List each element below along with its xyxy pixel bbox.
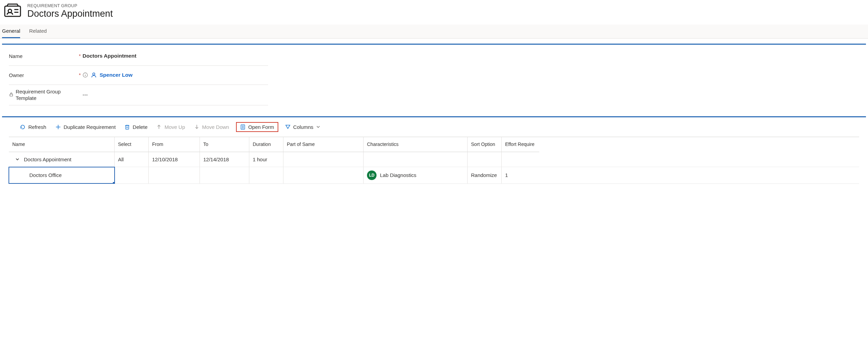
col-duration[interactable]: Duration: [249, 137, 283, 152]
avatar: LD: [367, 170, 377, 180]
row-to[interactable]: 12/14/2018: [200, 152, 249, 167]
delete-label: Delete: [133, 124, 147, 130]
movedown-label: Move Down: [202, 124, 229, 130]
requirements-section: Refresh Duplicate Requirement Delete Mov…: [2, 116, 866, 184]
duplicate-label: Duplicate Requirement: [64, 124, 116, 130]
chevron-down-icon[interactable]: [15, 157, 20, 162]
row-duration[interactable]: [249, 167, 283, 183]
refresh-button[interactable]: Refresh: [18, 123, 48, 131]
row-char[interactable]: LD Lab Diagnostics: [364, 167, 468, 183]
row-duration[interactable]: 1 hour: [249, 152, 283, 167]
required-marker: *: [77, 53, 83, 59]
char-text: Lab Diagnostics: [380, 172, 416, 178]
owner-link[interactable]: Spencer Low: [100, 72, 132, 78]
info-icon: [83, 72, 88, 78]
col-name[interactable]: Name: [9, 137, 115, 152]
svg-rect-8: [10, 94, 13, 96]
row-part[interactable]: [283, 167, 364, 183]
col-select[interactable]: Select: [115, 137, 149, 152]
row-from[interactable]: [149, 167, 200, 183]
row-sort[interactable]: [468, 152, 502, 167]
col-effort[interactable]: Effort Require: [502, 137, 539, 152]
row-from[interactable]: 12/10/2018: [149, 152, 200, 167]
openform-label: Open Form: [248, 124, 274, 130]
col-char[interactable]: Characteristics: [364, 137, 468, 152]
general-section: Name * Doctors Appointment Owner * Spenc…: [2, 44, 866, 112]
requirement-group-icon: [4, 3, 21, 18]
required-marker: *: [77, 72, 83, 78]
grid-header: Name Select From To Duration Part of Sam…: [9, 137, 859, 152]
table-row[interactable]: Doctors Office LD Lab Diagnostics Random…: [9, 167, 859, 184]
row-effort[interactable]: [502, 152, 539, 167]
moveup-button: Move Up: [154, 123, 187, 131]
lock-icon: [9, 92, 14, 98]
row-to[interactable]: [200, 167, 249, 183]
duplicate-button[interactable]: Duplicate Requirement: [53, 123, 118, 131]
row-part[interactable]: [283, 152, 364, 167]
person-icon: [91, 72, 97, 78]
template-label: Requirement Group Template: [16, 88, 77, 102]
columns-label: Columns: [293, 124, 313, 130]
row-sort[interactable]: Randomize: [468, 167, 502, 183]
field-name: Name * Doctors Appointment: [9, 47, 268, 66]
col-part[interactable]: Part of Same: [283, 137, 364, 152]
page-title: Doctors Appointment: [27, 8, 113, 20]
svg-rect-0: [5, 6, 20, 16]
owner-label: Owner: [9, 72, 24, 78]
row-select[interactable]: All: [115, 152, 149, 167]
chevron-down-icon: [316, 125, 320, 129]
page-eyebrow: REQUIREMENT GROUP: [27, 3, 113, 8]
delete-button[interactable]: Delete: [122, 123, 149, 131]
grid-toolbar: Refresh Duplicate Requirement Delete Mov…: [2, 120, 866, 137]
row-name: Doctors Office: [29, 172, 62, 178]
movedown-button: Move Down: [192, 123, 231, 131]
col-to[interactable]: To: [200, 137, 249, 152]
template-value: ---: [83, 88, 268, 101]
row-select[interactable]: [115, 167, 149, 183]
page-header: REQUIREMENT GROUP Doctors Appointment: [0, 0, 868, 25]
columns-button[interactable]: Columns: [283, 123, 322, 131]
refresh-label: Refresh: [28, 124, 46, 130]
openform-button[interactable]: Open Form: [236, 122, 278, 132]
svg-point-7: [93, 73, 95, 75]
requirements-grid: Name Select From To Duration Part of Sam…: [9, 137, 859, 184]
col-sort[interactable]: Sort Option: [468, 137, 502, 152]
field-template: Requirement Group Template ---: [9, 85, 268, 105]
tab-general[interactable]: General: [2, 25, 20, 38]
row-char[interactable]: [364, 152, 468, 167]
row-effort[interactable]: 1: [502, 167, 539, 183]
svg-rect-11: [126, 125, 129, 129]
name-label: Name: [9, 53, 23, 59]
name-value[interactable]: Doctors Appointment: [83, 49, 268, 62]
tab-bar: General Related: [0, 25, 868, 39]
moveup-label: Move Up: [164, 124, 185, 130]
col-from[interactable]: From: [149, 137, 200, 152]
field-owner: Owner * Spencer Low: [9, 66, 268, 85]
tab-related[interactable]: Related: [29, 25, 47, 38]
row-name: Doctors Appointment: [24, 157, 71, 162]
table-row[interactable]: Doctors Appointment All 12/10/2018 12/14…: [9, 152, 859, 167]
